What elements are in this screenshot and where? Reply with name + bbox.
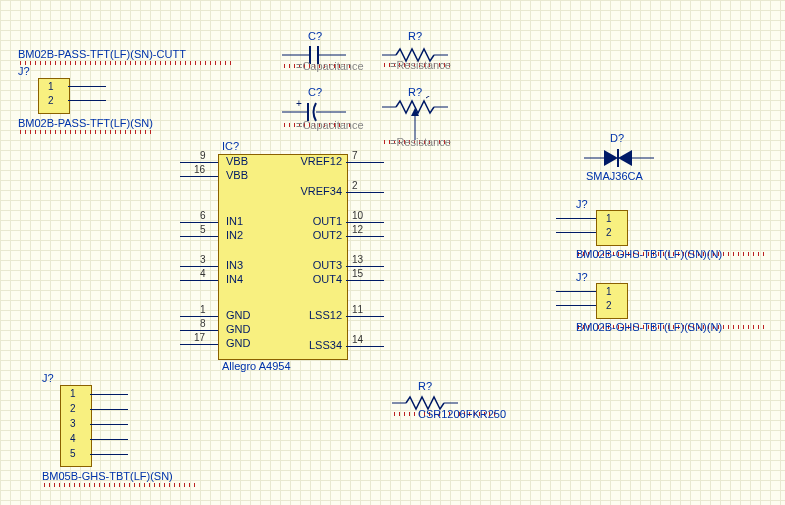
cap1-val: =Capacitance	[296, 60, 364, 72]
ic-pin-wire	[180, 176, 218, 177]
ic-pin-num: 6	[200, 210, 206, 221]
tvs-diode-symbol	[584, 146, 656, 170]
ic-pin-wire	[180, 222, 218, 223]
ic-pin-num: 17	[194, 332, 205, 343]
ic-pin-wire	[180, 162, 218, 163]
ic-pin-name: GND	[226, 309, 250, 321]
ic-pin-num: 5	[200, 224, 206, 235]
conn3-type: BM02B-GHS-TBT(LF)(SN)(N)	[576, 248, 722, 260]
ic-pin-wire	[180, 344, 218, 345]
ic-pin-num: 15	[352, 268, 363, 279]
wavy-underline	[42, 483, 197, 487]
cap2-ref: C?	[308, 86, 322, 98]
conn2-pin: 5	[70, 448, 76, 459]
ic-pin-name: IN3	[226, 259, 243, 271]
conn2-type: BM05B-GHS-TBT(LF)(SN)	[42, 470, 173, 482]
wire	[68, 86, 106, 87]
wire	[90, 409, 128, 410]
wavy-underline	[18, 130, 153, 134]
ic-pin-name: VREF34	[300, 185, 342, 197]
wire	[556, 218, 596, 219]
ic-pin-num: 12	[352, 224, 363, 235]
ic-pin-num: 8	[200, 318, 206, 329]
ic-pin-wire	[346, 236, 384, 237]
ic-pin-wire	[346, 266, 384, 267]
ic-pin-name: GND	[226, 323, 250, 335]
conn4-pin2: 2	[606, 300, 612, 311]
wire	[90, 394, 128, 395]
ic-pin-wire	[346, 316, 384, 317]
res2-val: =Resistance	[390, 136, 451, 148]
ic-pin-num: 4	[200, 268, 206, 279]
conn3-pin2: 2	[606, 227, 612, 238]
ic-pin-name: IN1	[226, 215, 243, 227]
ic-pin-num: 13	[352, 254, 363, 265]
ic-ref: IC?	[222, 140, 239, 152]
wire	[556, 305, 596, 306]
ic-pin-name: IN2	[226, 229, 243, 241]
wire	[556, 232, 596, 233]
conn4-type: BM02B-GHS-TBT(LF)(SN)(N)	[576, 321, 722, 333]
ic-pin-num: 3	[200, 254, 206, 265]
label-conn1-header: BM02B-PASS-TFT(LF)(SN)-CUTT	[18, 48, 186, 60]
conn3-pin1: 1	[606, 213, 612, 224]
ic-pin-num: 11	[352, 304, 363, 315]
conn1-pin2: 2	[48, 95, 54, 106]
diode-val: SMAJ36CA	[586, 170, 643, 182]
ic-pin-name: OUT1	[313, 215, 342, 227]
conn2-pin: 2	[70, 403, 76, 414]
conn2-pin: 3	[70, 418, 76, 429]
res3-val: CSR1206FKR250	[418, 408, 506, 420]
ic-pin-name: LSS34	[309, 339, 342, 351]
ic-pin-wire	[346, 162, 384, 163]
ic-pin-wire	[180, 236, 218, 237]
conn4-ref: J?	[576, 271, 588, 283]
ic-pin-num: 1	[200, 304, 206, 315]
ic-pin-name: OUT2	[313, 229, 342, 241]
svg-text:+: +	[296, 98, 302, 109]
cap2-val: =Capacitance	[296, 119, 364, 131]
ic-pin-name: VREF12	[300, 155, 342, 167]
ic-pin-num: 14	[352, 334, 363, 345]
conn3-ref: J?	[576, 198, 588, 210]
ic-pin-num: 7	[352, 150, 358, 161]
ic-pin-name: VBB	[226, 155, 248, 167]
wire	[90, 454, 128, 455]
ic-pin-wire	[180, 316, 218, 317]
ic-pin-wire	[346, 222, 384, 223]
conn1-ref: J?	[18, 65, 30, 77]
wire	[68, 100, 106, 101]
res1-val: =Resistance	[390, 59, 451, 71]
wire	[90, 424, 128, 425]
ic-pin-wire	[180, 266, 218, 267]
connector-2	[60, 385, 92, 467]
wavy-underline	[18, 61, 233, 65]
svg-marker-21	[618, 150, 632, 166]
ic-pin-name: GND	[226, 337, 250, 349]
ic-pin-name: OUT3	[313, 259, 342, 271]
ic-pin-wire	[346, 346, 384, 347]
svg-marker-19	[604, 150, 618, 166]
conn2-ref: J?	[42, 372, 54, 384]
res1-ref: R?	[408, 30, 422, 42]
ic-pin-name: IN4	[226, 273, 243, 285]
res3-ref: R?	[418, 380, 432, 392]
ic-pin-wire	[346, 280, 384, 281]
ic-pin-num: 16	[194, 164, 205, 175]
svg-line-14	[426, 96, 438, 98]
conn2-pin: 1	[70, 388, 76, 399]
ic-pin-name: VBB	[226, 169, 248, 181]
diode-ref: D?	[610, 132, 624, 144]
connector-3	[596, 210, 628, 246]
ic-pin-wire	[346, 192, 384, 193]
ic-pin-wire	[180, 280, 218, 281]
ic-pin-num: 2	[352, 180, 358, 191]
ic-pin-name: OUT4	[313, 273, 342, 285]
ic-pin-num: 9	[200, 150, 206, 161]
ic-val: Allegro A4954	[222, 360, 291, 372]
wire	[556, 291, 596, 292]
conn1-pin1: 1	[48, 81, 54, 92]
ic-pin-num: 10	[352, 210, 363, 221]
conn2-pin: 4	[70, 433, 76, 444]
connector-4	[596, 283, 628, 319]
